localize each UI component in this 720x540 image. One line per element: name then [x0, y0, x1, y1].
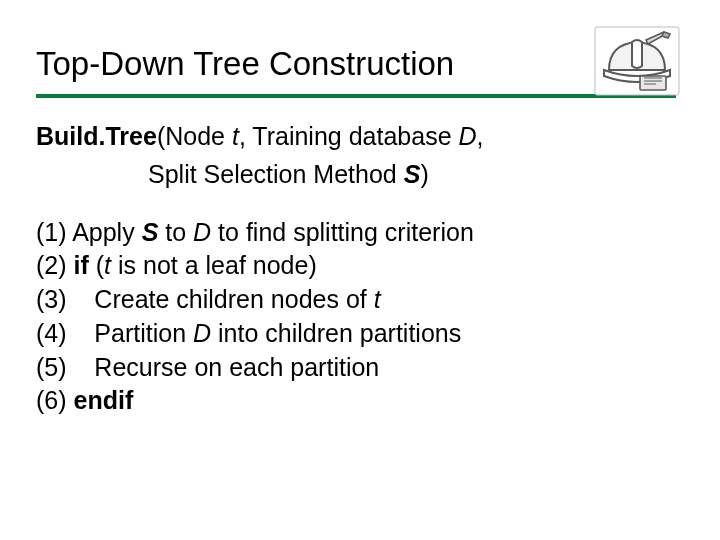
step-num: (6) [36, 386, 67, 414]
step-var: D [193, 319, 211, 347]
sig-t: t [232, 122, 239, 150]
step-text: is not a leaf node) [118, 251, 317, 279]
step-text: ( [96, 251, 104, 279]
step-num: (1) [36, 218, 67, 246]
step-2: (2) if (t is not a leaf node) [36, 249, 660, 283]
step-num: (5) [36, 353, 67, 381]
step-4: (4) Partition D into children partitions [36, 317, 660, 351]
step-kw: if [74, 251, 89, 279]
step-var: t [374, 285, 381, 313]
function-signature-line1: Build.Tree(Node t, Training database D, [36, 120, 660, 154]
step-text: to [165, 218, 186, 246]
sig-split: Split Selection Method [148, 160, 397, 188]
hardhat-icon [594, 26, 680, 96]
step-kw: endif [74, 386, 134, 414]
step-text: into children partitions [218, 319, 461, 347]
sig-space3 [452, 122, 459, 150]
step-text: Apply [72, 218, 135, 246]
sig-open: ( [157, 122, 165, 150]
step-6: (6) endif [36, 384, 660, 418]
slide-body: Build.Tree(Node t, Training database D, … [36, 120, 660, 418]
step-num: (2) [36, 251, 67, 279]
sig-comma2: , [477, 122, 484, 150]
sig-space1 [225, 122, 232, 150]
sig-space4 [397, 160, 404, 188]
step-text: Partition [94, 319, 186, 347]
step-5: (5) Recurse on each partition [36, 351, 660, 385]
step-var: D [193, 218, 211, 246]
step-text: Recurse on each partition [94, 353, 379, 381]
sig-node-word: Node [165, 122, 225, 150]
sig-training: Training database [252, 122, 451, 150]
sig-close: ) [420, 160, 428, 188]
sig-comma1: , [239, 122, 246, 150]
steps: (1) Apply S to D to find splitting crite… [36, 216, 660, 419]
step-text: to find splitting criterion [218, 218, 474, 246]
sig-d: D [459, 122, 477, 150]
step-text: Create children nodes of [94, 285, 366, 313]
step-num: (3) [36, 285, 67, 313]
step-1: (1) Apply S to D to find splitting crite… [36, 216, 660, 250]
step-num: (4) [36, 319, 67, 347]
step-var: t [104, 251, 111, 279]
sig-s: S [404, 160, 421, 188]
slide: Top-Down Tree Construction Build.Tree(No… [0, 0, 720, 540]
func-name: Build.Tree [36, 122, 157, 150]
title-wrap: Top-Down Tree Construction [36, 46, 600, 82]
step-var: S [142, 218, 159, 246]
slide-title: Top-Down Tree Construction [36, 46, 600, 82]
step-3: (3) Create children nodes of t [36, 283, 660, 317]
function-signature-line2: Split Selection Method S) [36, 158, 660, 192]
title-underline [36, 94, 676, 98]
